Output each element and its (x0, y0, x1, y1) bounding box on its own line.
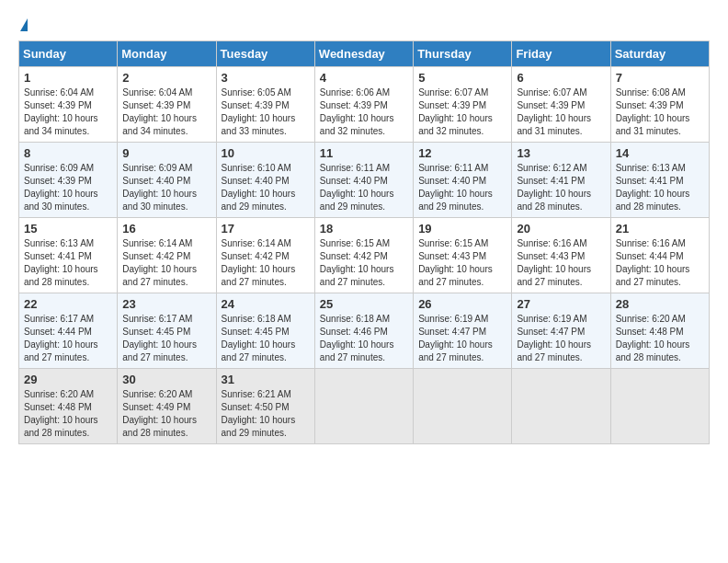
calendar-cell: 18Sunrise: 6:15 AM Sunset: 4:42 PM Dayli… (314, 218, 413, 293)
calendar-cell: 5Sunrise: 6:07 AM Sunset: 4:39 PM Daylig… (414, 67, 512, 143)
calendar-cell: 7Sunrise: 6:08 AM Sunset: 4:39 PM Daylig… (610, 67, 709, 143)
day-info: Sunrise: 6:08 AM Sunset: 4:39 PM Dayligh… (616, 86, 704, 138)
day-number: 16 (122, 222, 210, 236)
day-number: 10 (222, 146, 310, 160)
day-info: Sunrise: 6:13 AM Sunset: 4:41 PM Dayligh… (616, 162, 704, 213)
day-info: Sunrise: 6:04 AM Sunset: 4:39 PM Dayligh… (24, 86, 112, 138)
weekday-header-friday: Friday (512, 41, 610, 67)
day-info: Sunrise: 6:19 AM Sunset: 4:47 PM Dayligh… (418, 313, 506, 364)
day-info: Sunrise: 6:09 AM Sunset: 4:39 PM Dayligh… (24, 162, 112, 213)
day-info: Sunrise: 6:20 AM Sunset: 4:48 PM Dayligh… (616, 313, 704, 364)
calendar-cell (414, 369, 512, 444)
day-info: Sunrise: 6:20 AM Sunset: 4:49 PM Dayligh… (122, 388, 210, 440)
day-number: 22 (24, 297, 112, 311)
day-number: 24 (222, 297, 310, 311)
day-number: 20 (517, 222, 605, 236)
day-info: Sunrise: 6:07 AM Sunset: 4:39 PM Dayligh… (517, 86, 605, 138)
day-info: Sunrise: 6:15 AM Sunset: 4:42 PM Dayligh… (320, 237, 408, 289)
day-number: 28 (616, 297, 704, 311)
calendar-cell: 6Sunrise: 6:07 AM Sunset: 4:39 PM Daylig… (512, 67, 610, 143)
weekday-header-tuesday: Tuesday (216, 41, 314, 67)
day-number: 21 (616, 222, 704, 236)
weekday-header-monday: Monday (118, 41, 216, 67)
calendar-cell: 4Sunrise: 6:06 AM Sunset: 4:39 PM Daylig… (314, 67, 413, 143)
day-info: Sunrise: 6:07 AM Sunset: 4:39 PM Dayligh… (418, 86, 506, 138)
calendar-table: SundayMondayTuesdayWednesdayThursdayFrid… (18, 40, 710, 444)
day-number: 29 (24, 373, 112, 386)
calendar-cell: 11Sunrise: 6:11 AM Sunset: 4:40 PM Dayli… (314, 143, 413, 218)
day-info: Sunrise: 6:14 AM Sunset: 4:42 PM Dayligh… (222, 237, 310, 289)
day-info: Sunrise: 6:11 AM Sunset: 4:40 PM Dayligh… (320, 162, 408, 213)
calendar-cell: 28Sunrise: 6:20 AM Sunset: 4:48 PM Dayli… (610, 293, 709, 369)
calendar-cell: 21Sunrise: 6:16 AM Sunset: 4:44 PM Dayli… (610, 218, 709, 293)
day-number: 26 (418, 297, 506, 311)
calendar-cell: 15Sunrise: 6:13 AM Sunset: 4:41 PM Dayli… (19, 218, 118, 293)
calendar-cell: 16Sunrise: 6:14 AM Sunset: 4:42 PM Dayli… (118, 218, 216, 293)
calendar-cell: 31Sunrise: 6:21 AM Sunset: 4:50 PM Dayli… (216, 369, 314, 444)
day-number: 6 (517, 71, 605, 85)
calendar-cell: 9Sunrise: 6:09 AM Sunset: 4:40 PM Daylig… (118, 143, 216, 218)
day-number: 19 (418, 222, 506, 236)
day-info: Sunrise: 6:12 AM Sunset: 4:41 PM Dayligh… (517, 162, 605, 213)
day-number: 3 (222, 71, 310, 85)
day-info: Sunrise: 6:10 AM Sunset: 4:40 PM Dayligh… (222, 162, 310, 213)
calendar-cell: 12Sunrise: 6:11 AM Sunset: 4:40 PM Dayli… (414, 143, 512, 218)
day-number: 5 (418, 71, 506, 85)
calendar-cell: 10Sunrise: 6:10 AM Sunset: 4:40 PM Dayli… (216, 143, 314, 218)
calendar-cell: 17Sunrise: 6:14 AM Sunset: 4:42 PM Dayli… (216, 218, 314, 293)
day-number: 17 (222, 222, 310, 236)
day-info: Sunrise: 6:17 AM Sunset: 4:44 PM Dayligh… (24, 313, 112, 364)
logo-triangle-icon (20, 18, 28, 31)
calendar-cell: 13Sunrise: 6:12 AM Sunset: 4:41 PM Dayli… (512, 143, 610, 218)
calendar-week-row: 8Sunrise: 6:09 AM Sunset: 4:39 PM Daylig… (19, 143, 710, 218)
calendar-cell: 8Sunrise: 6:09 AM Sunset: 4:39 PM Daylig… (19, 143, 118, 218)
day-number: 9 (122, 146, 210, 160)
day-number: 8 (24, 146, 112, 160)
weekday-header-thursday: Thursday (414, 41, 512, 67)
calendar-cell: 3Sunrise: 6:05 AM Sunset: 4:39 PM Daylig… (216, 67, 314, 143)
calendar-header-row: SundayMondayTuesdayWednesdayThursdayFrid… (19, 41, 710, 67)
calendar-cell: 1Sunrise: 6:04 AM Sunset: 4:39 PM Daylig… (19, 67, 118, 143)
calendar-cell: 26Sunrise: 6:19 AM Sunset: 4:47 PM Dayli… (414, 293, 512, 369)
calendar-cell: 2Sunrise: 6:04 AM Sunset: 4:39 PM Daylig… (118, 67, 216, 143)
day-number: 2 (122, 71, 210, 85)
day-info: Sunrise: 6:05 AM Sunset: 4:39 PM Dayligh… (222, 86, 310, 138)
day-number: 7 (616, 71, 704, 85)
calendar-cell: 20Sunrise: 6:16 AM Sunset: 4:43 PM Dayli… (512, 218, 610, 293)
day-number: 12 (418, 146, 506, 160)
day-info: Sunrise: 6:13 AM Sunset: 4:41 PM Dayligh… (24, 237, 112, 289)
calendar-week-row: 1Sunrise: 6:04 AM Sunset: 4:39 PM Daylig… (19, 67, 710, 143)
calendar-week-row: 15Sunrise: 6:13 AM Sunset: 4:41 PM Dayli… (19, 218, 710, 293)
day-info: Sunrise: 6:16 AM Sunset: 4:43 PM Dayligh… (517, 237, 605, 289)
weekday-header-saturday: Saturday (610, 41, 709, 67)
calendar-cell: 29Sunrise: 6:20 AM Sunset: 4:48 PM Dayli… (19, 369, 118, 444)
day-info: Sunrise: 6:18 AM Sunset: 4:45 PM Dayligh… (222, 313, 310, 364)
weekday-header-sunday: Sunday (19, 41, 118, 67)
day-number: 27 (517, 297, 605, 311)
day-info: Sunrise: 6:17 AM Sunset: 4:45 PM Dayligh… (122, 313, 210, 364)
calendar-cell: 30Sunrise: 6:20 AM Sunset: 4:49 PM Dayli… (118, 369, 216, 444)
logo (18, 18, 28, 31)
calendar-cell (512, 369, 610, 444)
day-info: Sunrise: 6:14 AM Sunset: 4:42 PM Dayligh… (122, 237, 210, 289)
day-number: 1 (24, 71, 112, 85)
calendar-cell: 25Sunrise: 6:18 AM Sunset: 4:46 PM Dayli… (314, 293, 413, 369)
calendar-cell (610, 369, 709, 444)
day-number: 14 (616, 146, 704, 160)
day-info: Sunrise: 6:09 AM Sunset: 4:40 PM Dayligh… (122, 162, 210, 213)
day-info: Sunrise: 6:20 AM Sunset: 4:48 PM Dayligh… (24, 388, 112, 440)
day-info: Sunrise: 6:19 AM Sunset: 4:47 PM Dayligh… (517, 313, 605, 364)
calendar-cell: 22Sunrise: 6:17 AM Sunset: 4:44 PM Dayli… (19, 293, 118, 369)
day-number: 25 (320, 297, 408, 311)
day-number: 11 (320, 146, 408, 160)
day-info: Sunrise: 6:16 AM Sunset: 4:44 PM Dayligh… (616, 237, 704, 289)
calendar-cell: 24Sunrise: 6:18 AM Sunset: 4:45 PM Dayli… (216, 293, 314, 369)
calendar-cell: 19Sunrise: 6:15 AM Sunset: 4:43 PM Dayli… (414, 218, 512, 293)
day-number: 31 (222, 373, 310, 386)
day-number: 4 (320, 71, 408, 85)
calendar-week-row: 29Sunrise: 6:20 AM Sunset: 4:48 PM Dayli… (19, 369, 710, 444)
day-number: 13 (517, 146, 605, 160)
weekday-header-wednesday: Wednesday (314, 41, 413, 67)
day-number: 23 (122, 297, 210, 311)
day-info: Sunrise: 6:18 AM Sunset: 4:46 PM Dayligh… (320, 313, 408, 364)
